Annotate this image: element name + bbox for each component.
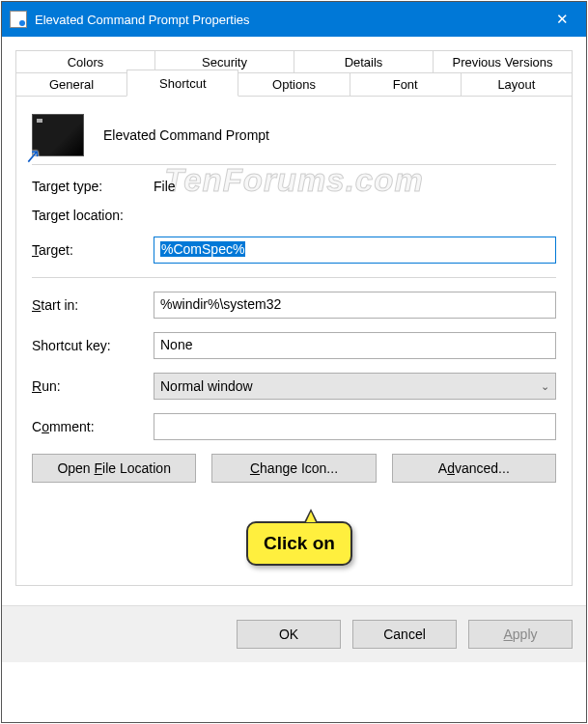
window-title: Elevated Command Prompt Properties [35, 13, 250, 27]
tab-details[interactable]: Details [294, 50, 434, 73]
target-type-label: Target type: [32, 179, 154, 194]
comment-label: Comment: [32, 419, 154, 434]
run-select[interactable]: Normal window ⌄ [154, 373, 556, 400]
tab-general[interactable]: General [15, 72, 127, 97]
startin-input[interactable]: %windir%\system32 [154, 292, 556, 319]
target-type-value: File [154, 179, 556, 194]
advanced-button[interactable]: Advanced... [392, 454, 556, 483]
apply-button[interactable]: Apply [468, 620, 573, 649]
dialog-footer: OK Cancel Apply [2, 606, 586, 662]
close-button[interactable]: ✕ [538, 11, 586, 28]
target-input[interactable]: %ComSpec% [154, 237, 556, 264]
open-file-location-button[interactable]: Open File Location [32, 454, 196, 483]
tab-shortcut[interactable]: Shortcut [126, 70, 238, 97]
titlebar: Elevated Command Prompt Properties ✕ [2, 2, 586, 37]
target-location-label: Target location: [32, 208, 154, 223]
shortcutkey-label: Shortcut key: [32, 338, 154, 353]
cancel-button[interactable]: Cancel [352, 620, 457, 649]
tab-previous-versions[interactable]: Previous Versions [433, 50, 573, 73]
comment-input[interactable] [154, 413, 556, 440]
tab-font[interactable]: Font [350, 72, 462, 97]
target-label: Target: [32, 242, 154, 258]
change-icon-button[interactable]: Change Icon... [211, 454, 376, 483]
tab-options[interactable]: Options [238, 72, 350, 97]
run-label: Run: [32, 378, 154, 394]
shortcutkey-input[interactable]: None [154, 332, 556, 359]
startin-label: Start in: [32, 297, 154, 313]
shortcut-name: Elevated Command Prompt [103, 127, 269, 143]
callout-annotation: Click on [246, 521, 352, 566]
shortcut-overlay-icon: ↗ [23, 143, 42, 167]
chevron-down-icon: ⌄ [541, 380, 549, 393]
tab-layout[interactable]: Layout [461, 72, 573, 97]
shortcut-panel: ↗ Elevated Command Prompt Target type: F… [15, 96, 573, 586]
tab-strip: Colors Security Details Previous Version… [15, 50, 573, 97]
shortcut-file-icon [10, 11, 27, 28]
ok-button[interactable]: OK [237, 620, 341, 649]
